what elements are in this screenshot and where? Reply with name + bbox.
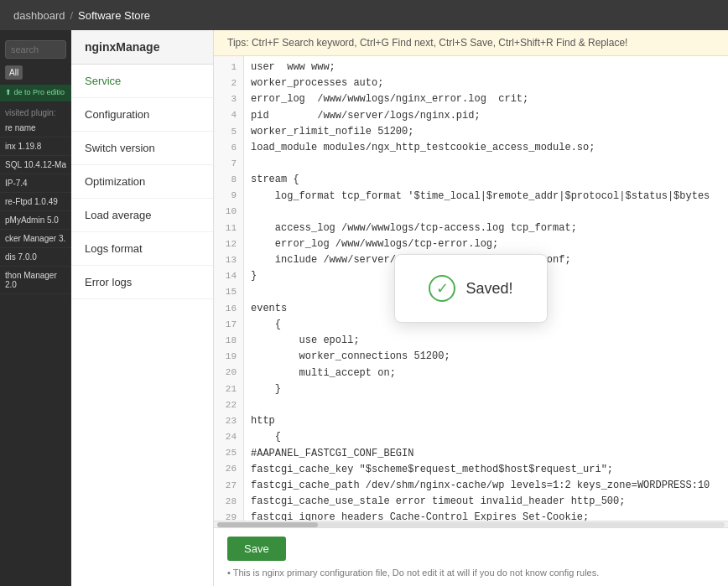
code-line[interactable]: load_module modules/ngx_http_testcookie_… bbox=[251, 140, 721, 156]
code-line[interactable]: worker_rlimit_nofile 51200; bbox=[251, 124, 721, 140]
line-number: 28 bbox=[221, 494, 237, 510]
nav-items: ServiceConfigurationSwitch versionOptimi… bbox=[71, 65, 213, 299]
code-line[interactable]: fastcgi_cache_path /dev/shm/nginx-cache/… bbox=[251, 478, 721, 494]
nav-item-configuration[interactable]: Configuration bbox=[71, 98, 213, 132]
code-line[interactable]: fastcgi_ignore_headers Cache-Control Exp… bbox=[251, 510, 721, 521]
saved-text: Saved! bbox=[465, 280, 512, 298]
code-line[interactable] bbox=[251, 205, 721, 220]
line-number: 17 bbox=[221, 317, 237, 333]
line-number: 25 bbox=[221, 446, 237, 462]
code-line[interactable]: use epoll; bbox=[251, 333, 721, 349]
code-line[interactable]: worker_processes auto; bbox=[251, 75, 721, 91]
nav-item-optimization[interactable]: Optimization bbox=[71, 165, 213, 199]
editor-wrapper[interactable]: 1234567891011121314151617181920212223242… bbox=[214, 56, 728, 521]
code-line[interactable]: user www www; bbox=[251, 60, 721, 75]
middle-nav-title: nginxManage bbox=[71, 30, 213, 65]
breadcrumb: dashboard / Software Store bbox=[13, 9, 150, 22]
saved-check-icon: ✓ bbox=[429, 275, 455, 302]
line-number: 19 bbox=[221, 349, 237, 365]
left-sidebar: All ⬆ de to Pro editio visited plugin: r… bbox=[0, 30, 71, 586]
code-line[interactable]: http bbox=[251, 413, 721, 429]
app-list: re nameinx 1.19.8SQL 10.4.12-MaIP-7.4re-… bbox=[0, 119, 71, 586]
code-line[interactable]: worker_connections 51200; bbox=[251, 349, 721, 365]
tips-bar: Tips: Ctrl+F Search keyword, Ctrl+G Find… bbox=[214, 30, 728, 56]
nav-item-service[interactable]: Service bbox=[71, 65, 213, 98]
footer-note: • This is nginx primary configuration fi… bbox=[227, 568, 715, 578]
app-list-item[interactable]: pMyAdmin 5.0 bbox=[0, 211, 71, 230]
middle-nav: nginxManage ServiceConfigurationSwitch v… bbox=[71, 30, 214, 586]
save-button[interactable]: Save bbox=[227, 537, 286, 561]
code-line[interactable]: } bbox=[251, 381, 721, 397]
filter-all-button[interactable]: All bbox=[5, 65, 23, 80]
line-number: 9 bbox=[221, 189, 237, 205]
line-number: 21 bbox=[221, 381, 237, 397]
line-number: 18 bbox=[221, 333, 237, 349]
code-line[interactable]: fastcgi_cache_use_stale error timeout in… bbox=[251, 494, 721, 510]
line-number: 14 bbox=[221, 268, 237, 284]
app-list-item[interactable]: dis 7.0.0 bbox=[0, 248, 71, 267]
footer-bar: Save • This is nginx primary configurati… bbox=[214, 527, 728, 586]
line-number: 26 bbox=[221, 462, 237, 478]
breadcrumb-current: Software Store bbox=[78, 9, 150, 22]
saved-popup: ✓ Saved! bbox=[394, 254, 547, 323]
code-line[interactable]: { bbox=[251, 429, 721, 445]
scrollbar-thumb[interactable] bbox=[217, 522, 318, 527]
code-line[interactable] bbox=[251, 397, 721, 413]
line-number: 6 bbox=[221, 140, 237, 156]
line-number: 1 bbox=[221, 60, 237, 75]
line-number: 7 bbox=[221, 156, 237, 172]
line-number: 20 bbox=[221, 366, 237, 381]
nav-item-error-logs[interactable]: Error logs bbox=[71, 266, 213, 299]
code-line[interactable]: error_log /www/wwwlogs/nginx_error.log c… bbox=[251, 91, 721, 107]
line-number: 10 bbox=[221, 205, 237, 220]
code-line[interactable]: access_log /www/wwwlogs/tcp-access.log t… bbox=[251, 220, 721, 236]
top-bar: dashboard / Software Store bbox=[0, 0, 728, 30]
app-list-item[interactable]: thon Manager 2.0 bbox=[0, 267, 71, 294]
line-number: 11 bbox=[221, 220, 237, 236]
line-number: 27 bbox=[221, 478, 237, 494]
line-numbers: 1234567891011121314151617181920212223242… bbox=[214, 56, 244, 521]
search-input[interactable] bbox=[5, 40, 66, 59]
nav-item-switch-version[interactable]: Switch version bbox=[71, 132, 213, 165]
code-line[interactable]: error_log /www/wwwlogs/tcp-error.log; bbox=[251, 236, 721, 252]
line-number: 5 bbox=[221, 124, 237, 140]
nav-item-logs-format[interactable]: Logs format bbox=[71, 232, 213, 266]
line-number: 29 bbox=[221, 510, 237, 521]
search-box[interactable] bbox=[5, 40, 66, 59]
breadcrumb-sep: / bbox=[70, 9, 73, 22]
app-list-item[interactable]: cker Manager 3. bbox=[0, 230, 71, 248]
code-line[interactable]: fastcgi_cache_key "$scheme$request_metho… bbox=[251, 462, 721, 478]
app-list-item[interactable]: inx 1.19.8 bbox=[0, 137, 71, 156]
line-number: 23 bbox=[221, 413, 237, 429]
line-number: 22 bbox=[221, 397, 237, 413]
code-line[interactable]: multi_accept on; bbox=[251, 366, 721, 381]
line-number: 8 bbox=[221, 172, 237, 188]
visited-label: visited plugin: bbox=[0, 105, 71, 119]
code-line[interactable]: stream { bbox=[251, 172, 721, 188]
line-number: 16 bbox=[221, 301, 237, 317]
line-number: 12 bbox=[221, 236, 237, 252]
main-area: All ⬆ de to Pro editio visited plugin: r… bbox=[0, 30, 728, 586]
line-number: 3 bbox=[221, 91, 237, 107]
nav-item-load-average[interactable]: Load average bbox=[71, 199, 213, 232]
app-list-item[interactable]: SQL 10.4.12-Ma bbox=[0, 156, 71, 174]
line-number: 24 bbox=[221, 429, 237, 445]
line-number: 2 bbox=[221, 75, 237, 91]
filter-buttons: All bbox=[0, 65, 71, 85]
code-line[interactable]: #AAPANEL_FASTCGI_CONF_BEGIN bbox=[251, 446, 721, 462]
code-line[interactable] bbox=[251, 156, 721, 172]
line-number: 4 bbox=[221, 108, 237, 124]
app-list-item[interactable]: re-Ftpd 1.0.49 bbox=[0, 193, 71, 211]
app-list-item[interactable]: IP-7.4 bbox=[0, 174, 71, 193]
scrollbar-area[interactable] bbox=[214, 521, 728, 527]
breadcrumb-dashboard[interactable]: dashboard bbox=[13, 9, 65, 22]
code-line[interactable]: log_format tcp_format '$time_local|$remo… bbox=[251, 189, 721, 205]
line-number: 15 bbox=[221, 285, 237, 301]
app-list-item[interactable]: re name bbox=[0, 119, 71, 137]
code-line[interactable]: pid /www/server/logs/nginx.pid; bbox=[251, 108, 721, 124]
scrollbar-track[interactable] bbox=[217, 522, 725, 527]
line-number: 13 bbox=[221, 252, 237, 268]
promo-banner: ⬆ de to Pro editio bbox=[0, 85, 71, 101]
content-area: Tips: Ctrl+F Search keyword, Ctrl+G Find… bbox=[214, 30, 728, 586]
